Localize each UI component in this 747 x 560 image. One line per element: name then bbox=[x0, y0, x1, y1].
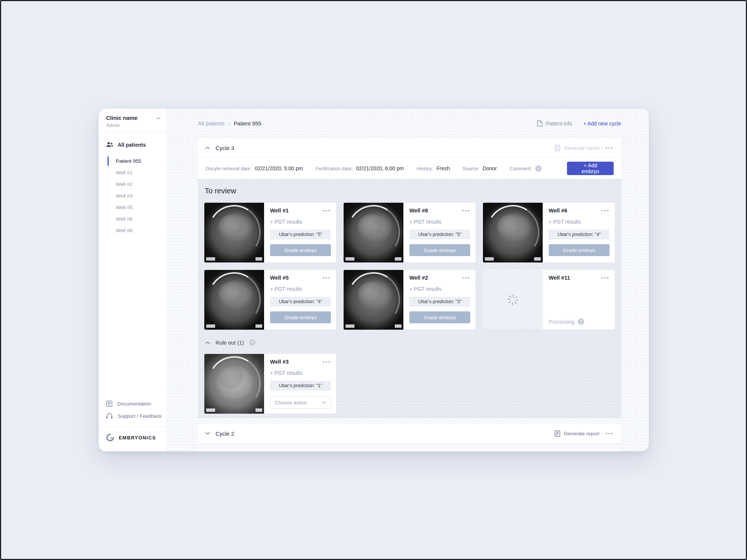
well-title: Well #11 bbox=[549, 275, 570, 281]
grade-embryo-button[interactable]: Grade embryo bbox=[270, 311, 331, 323]
embryo-card-well-5: Well #5 ●●● + PGT results Ubar's predict… bbox=[204, 270, 336, 330]
generate-report-button[interactable]: Generate report bbox=[555, 145, 599, 151]
rule-out-toggle[interactable]: Rule out (1) bbox=[205, 340, 244, 346]
sidebar-item-all-patients[interactable]: All patients bbox=[99, 140, 167, 149]
patient-tree: Patient 955 Well #1 Well #2 Well #3 Well… bbox=[108, 155, 167, 237]
top-actions: Patient info + Add new cycle bbox=[537, 120, 621, 127]
add-embryo-button[interactable]: + Add embryo bbox=[567, 162, 614, 175]
add-new-cycle-button[interactable]: + Add new cycle bbox=[583, 121, 621, 127]
report-icon bbox=[555, 145, 560, 151]
sidebar: Clinic name Admin All patients Patient 9… bbox=[99, 109, 167, 451]
generate-report-button[interactable]: Generate report bbox=[555, 430, 599, 437]
embryo-image[interactable] bbox=[204, 354, 264, 414]
image-label-chip bbox=[345, 257, 354, 261]
chevron-down-icon bbox=[322, 401, 326, 404]
cycle-2-panel: Cycle 2 Generate report ●●● bbox=[198, 424, 621, 443]
prediction-chip: Ubar's prediction: "3" bbox=[409, 297, 470, 307]
card-menu-dots[interactable]: ●●● bbox=[323, 276, 331, 280]
app-window: Clinic name Admin All patients Patient 9… bbox=[99, 109, 649, 451]
sidebar-item-patient-955[interactable]: Patient 955 bbox=[108, 155, 167, 167]
grade-embryo-button[interactable]: Grade embryo bbox=[549, 244, 610, 256]
document-icon bbox=[106, 401, 112, 407]
support-feedback-link[interactable]: Support / Feedback bbox=[99, 410, 167, 422]
embryonics-logo-icon bbox=[106, 433, 114, 442]
comment-label: Comment: bbox=[509, 166, 532, 171]
rule-out-header: Rule out (1) ? bbox=[205, 339, 615, 346]
documentation-link[interactable]: Documentation bbox=[99, 398, 167, 410]
choose-action-placeholder: Choose action bbox=[275, 400, 307, 405]
processing-status: Processing ? bbox=[549, 318, 610, 325]
card-menu-dots[interactable]: ●●● bbox=[462, 276, 470, 280]
embryo-image[interactable] bbox=[204, 270, 264, 330]
cycle-2-toggle[interactable]: Cycle 2 bbox=[205, 430, 234, 437]
embryo-card-grid: Well #1 ●●● + PGT results Ubar's predict… bbox=[204, 203, 615, 330]
sidebar-item-well-5[interactable]: Well #5 bbox=[108, 202, 167, 213]
image-time-chip bbox=[395, 257, 402, 261]
embryo-card-well-2: Well #2 ●●● + PGT results Ubar's predict… bbox=[344, 270, 475, 330]
card-menu-dots[interactable]: ●●● bbox=[323, 360, 331, 364]
image-label-chip bbox=[345, 324, 354, 328]
image-time-chip bbox=[395, 324, 402, 328]
oocyte-date-value: 02/21/2020, 5:00 pm bbox=[255, 165, 303, 171]
choose-action-select[interactable]: Choose action bbox=[270, 396, 331, 409]
support-label: Support / Feedback bbox=[118, 413, 162, 419]
clinic-role: Admin bbox=[106, 122, 161, 128]
embryo-image[interactable] bbox=[344, 203, 403, 262]
breadcrumb-current: Patient 955 bbox=[234, 121, 261, 127]
image-label-chip bbox=[206, 324, 215, 328]
embryo-card-well-6: Well #6 ●●● + PGT results Ubar's predict… bbox=[483, 203, 615, 262]
headphones-icon bbox=[106, 413, 113, 419]
card-menu-dots[interactable]: ●●● bbox=[601, 209, 610, 212]
pgt-results-link[interactable]: + PGT results bbox=[549, 219, 610, 225]
report-icon bbox=[555, 430, 560, 437]
sidebar-item-well-2[interactable]: Well #2 bbox=[108, 178, 167, 190]
sidebar-item-well-6[interactable]: Well #6 bbox=[108, 213, 167, 225]
pgt-results-link[interactable]: + PGT results bbox=[409, 286, 470, 292]
well-title: Well #1 bbox=[270, 208, 289, 214]
help-icon[interactable]: ? bbox=[249, 339, 255, 346]
cycle-menu-dots[interactable]: ●●● bbox=[605, 432, 614, 435]
file-icon bbox=[537, 120, 542, 127]
pgt-results-link[interactable]: + PGT results bbox=[270, 219, 331, 225]
grade-embryo-button[interactable]: Grade embryo bbox=[409, 244, 470, 256]
cycle-3-panel: Cycle 3 Generate report ●●● bbox=[198, 138, 621, 418]
sidebar-item-well-8[interactable]: Well #8 bbox=[108, 225, 167, 236]
image-time-chip bbox=[255, 408, 262, 412]
card-menu-dots[interactable]: ●●● bbox=[462, 209, 470, 212]
cycle-menu-dots[interactable]: ●●● bbox=[605, 146, 614, 150]
embryo-card-well-8: Well #8 ●●● + PGT results Ubar's predict… bbox=[344, 203, 475, 262]
to-review-section: To review Well #1 ●●● bbox=[198, 179, 621, 418]
pgt-results-link[interactable]: + PGT results bbox=[270, 286, 331, 292]
processing-placeholder bbox=[483, 270, 543, 330]
embryo-image[interactable] bbox=[204, 203, 264, 262]
pgt-results-link[interactable]: + PGT results bbox=[409, 219, 470, 225]
well-title: Well #8 bbox=[409, 208, 428, 214]
rule-out-title: Rule out (1) bbox=[216, 340, 244, 346]
pgt-results-link[interactable]: + PGT results bbox=[270, 370, 331, 376]
image-time-chip bbox=[255, 257, 262, 261]
patient-info-button[interactable]: Patient info bbox=[537, 120, 572, 127]
generate-report-label: Generate report bbox=[564, 431, 599, 436]
topbar: All patients › Patient 955 Patient info … bbox=[167, 109, 649, 138]
history-label: History: bbox=[416, 166, 433, 171]
generate-report-label: Generate report bbox=[564, 145, 599, 151]
card-menu-dots[interactable]: ●●● bbox=[601, 276, 610, 280]
card-menu-dots[interactable]: ●●● bbox=[323, 209, 331, 212]
oocyte-date-label: Oocyte retrieval date: bbox=[205, 166, 252, 171]
grade-embryo-button[interactable]: Grade embryo bbox=[270, 244, 331, 256]
chevron-down-icon[interactable] bbox=[156, 117, 161, 120]
sidebar-item-well-1[interactable]: Well #1 bbox=[108, 167, 167, 178]
embryo-image[interactable] bbox=[483, 203, 543, 262]
breadcrumb-all-patients[interactable]: All patients bbox=[198, 121, 224, 127]
help-icon[interactable]: ? bbox=[578, 318, 584, 325]
sidebar-item-well-3[interactable]: Well #3 bbox=[108, 190, 167, 202]
info-icon[interactable]: i bbox=[535, 165, 542, 172]
grade-embryo-button[interactable]: Grade embryo bbox=[409, 311, 470, 323]
embryo-image[interactable] bbox=[344, 270, 403, 330]
prediction-chip: Ubar's prediction: "1" bbox=[270, 381, 331, 391]
clinic-switcher[interactable]: Clinic name Admin bbox=[99, 109, 167, 133]
cycle-3-toggle[interactable]: Cycle 3 bbox=[205, 145, 234, 151]
chevron-up-icon bbox=[205, 146, 210, 149]
brand-name: EMBRYONICS bbox=[119, 435, 156, 441]
image-time-chip bbox=[255, 324, 262, 328]
